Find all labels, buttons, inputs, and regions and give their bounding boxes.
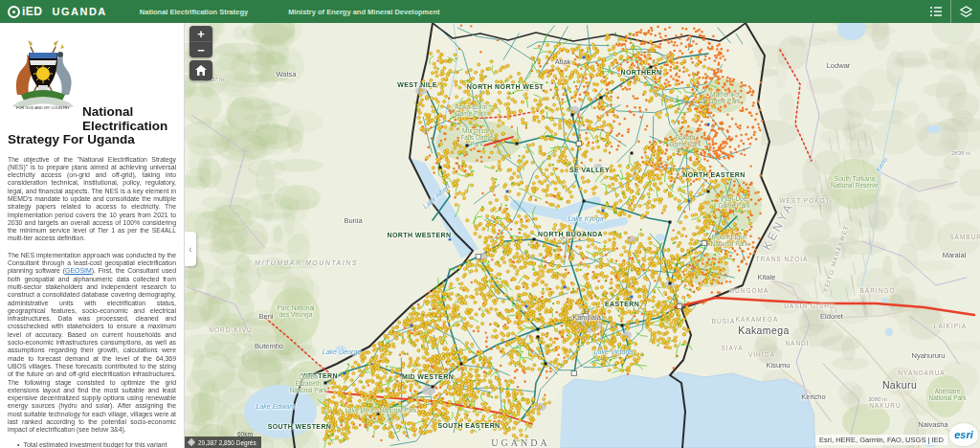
brand-country: UGANDA bbox=[53, 6, 107, 17]
brand-logo[interactable]: iED UGANDA bbox=[8, 5, 107, 18]
svg-text:FOR GOD AND MY COUNTRY: FOR GOD AND MY COUNTRY bbox=[16, 105, 70, 110]
uganda-coat-of-arms: FOR GOD AND MY COUNTRY bbox=[10, 35, 77, 123]
info-panel: FOR GOD AND MY COUNTRY National Electrif… bbox=[0, 23, 185, 448]
legend-icon[interactable] bbox=[922, 0, 950, 23]
app-header: iED UGANDA National Electrification Stra… bbox=[0, 0, 980, 23]
brand-mark: iED bbox=[22, 5, 43, 18]
bullet-total-investment: • Total estimated investment budget for … bbox=[8, 441, 176, 448]
map-attribution: Esri, HERE, Garmin, FAO, USGS | IED bbox=[815, 435, 947, 445]
zoom-out-button[interactable]: − bbox=[189, 42, 212, 57]
zoom-in-button[interactable]: + bbox=[189, 26, 212, 41]
intro-paragraph: The objective of the "National Electrifi… bbox=[8, 156, 176, 243]
electrification-map-canvas[interactable] bbox=[185, 23, 980, 448]
map-viewport[interactable]: WEST NILENORTH NORTH WESTNORTHERNNORTH E… bbox=[185, 23, 980, 448]
crosshair-icon bbox=[188, 438, 195, 446]
zoom-control: + − bbox=[189, 26, 212, 57]
header-nav: National Electrification Strategy Minist… bbox=[140, 8, 440, 16]
esri-logo[interactable]: esri bbox=[949, 423, 978, 446]
ied-logo-icon bbox=[8, 6, 20, 18]
panel-collapse-button[interactable]: ‹ bbox=[185, 232, 196, 266]
approach-paragraph: The NES implementation approach was cond… bbox=[8, 252, 176, 435]
investment-bullets: • Total estimated investment budget for … bbox=[8, 441, 176, 448]
home-icon bbox=[195, 65, 207, 76]
nav-item-ministry[interactable]: Ministry of Energy and Mineral Developme… bbox=[288, 8, 439, 16]
coordinates-readout: 29,387 2,850 Degrés bbox=[185, 437, 261, 448]
home-extent-button[interactable] bbox=[189, 60, 212, 80]
layers-icon[interactable] bbox=[951, 0, 980, 23]
nav-item-nes[interactable]: National Electrification Strategy bbox=[140, 8, 248, 16]
geosim-link[interactable]: GEOSIM bbox=[65, 267, 92, 274]
